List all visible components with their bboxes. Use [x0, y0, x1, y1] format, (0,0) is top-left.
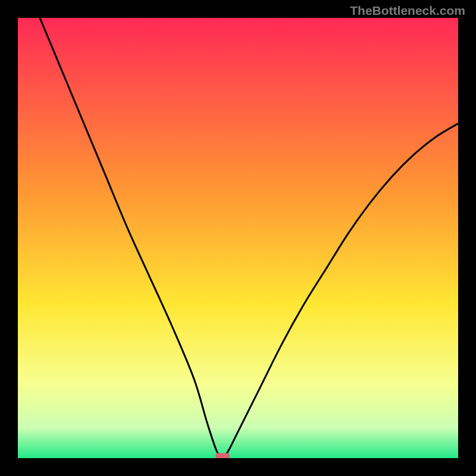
attribution-label: TheBottleneck.com	[350, 4, 465, 18]
chart-frame: TheBottleneck.com	[0, 0, 476, 476]
chart-svg	[18, 18, 458, 458]
gradient-background	[18, 18, 458, 458]
minimum-marker	[215, 453, 230, 458]
plot-area	[18, 18, 458, 458]
